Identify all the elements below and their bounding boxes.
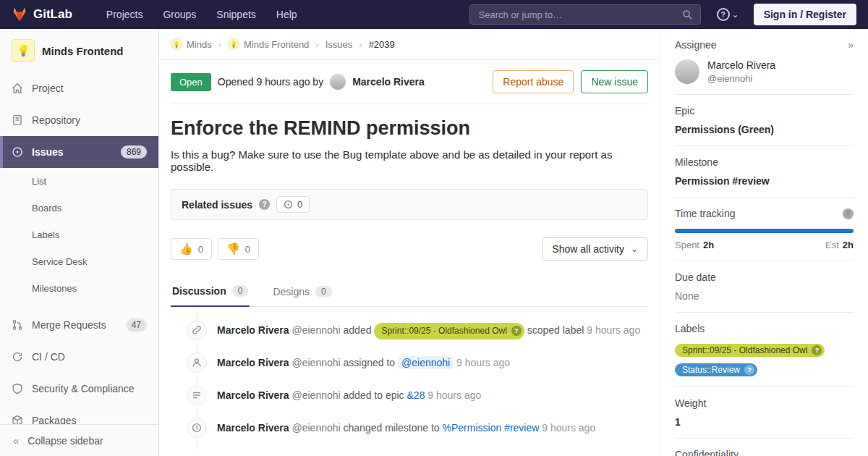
main-menu: Projects Groups Snippets Help xyxy=(98,4,305,25)
home-icon xyxy=(12,83,23,94)
user-icon xyxy=(187,352,207,373)
note-handle: @eiennohi xyxy=(292,357,341,368)
due-date-block[interactable]: Due date None xyxy=(675,261,854,313)
note-action: added xyxy=(344,324,372,336)
spent-value: 2h xyxy=(703,240,714,250)
thumbs-down-icon: 👎 xyxy=(226,242,240,256)
time-tracking-block: Time tracking ? Spent 2h Est 2h xyxy=(675,198,854,261)
merge-requests-count-badge: 47 xyxy=(126,318,147,332)
sidebar-subitem-list[interactable]: List xyxy=(0,168,158,195)
collapse-sidebar-icon[interactable]: » xyxy=(848,39,854,51)
sidebar-item-ci-cd[interactable]: CI / CD xyxy=(0,341,158,373)
opened-text: Opened 9 hours ago by xyxy=(218,76,323,88)
breadcrumb-label: Issues xyxy=(326,39,353,50)
issue-description: Is this a bug? Make sure to use the Bug … xyxy=(171,148,648,173)
sidebar-subitem-boards[interactable]: Boards xyxy=(0,195,158,221)
search-box[interactable] xyxy=(469,4,701,25)
brand-text: GitLab xyxy=(33,7,72,22)
sidebar-subitem-milestones[interactable]: Milestones xyxy=(0,275,158,302)
breadcrumb: 💡 Minds › 💡 Minds Frontend › Issues › #2… xyxy=(159,29,660,60)
menu-projects[interactable]: Projects xyxy=(98,4,151,25)
epic-block[interactable]: Epic Permissions (Green) xyxy=(675,95,854,146)
thumbs-down-button[interactable]: 👎 0 xyxy=(218,238,259,260)
weight-block[interactable]: Weight 1 xyxy=(675,387,854,439)
tab-discussion[interactable]: Discussion 0 xyxy=(171,276,250,307)
issues-icon xyxy=(12,146,23,158)
tab-label: Designs xyxy=(273,286,310,297)
related-issues-title: Related issues xyxy=(182,199,252,211)
due-date-title: Due date xyxy=(675,271,716,283)
tanuki-icon xyxy=(12,7,27,22)
author-name[interactable]: Marcelo Rivera xyxy=(352,76,425,88)
epic-value[interactable]: Permissions (Green) xyxy=(675,124,854,135)
project-header[interactable]: 💡 Minds Frontend xyxy=(0,29,158,72)
sidebar-item-merge-requests[interactable]: Merge Requests 47 xyxy=(0,309,158,341)
label-text: Status::Review xyxy=(682,365,740,375)
shield-icon xyxy=(12,383,23,394)
note-author[interactable]: Marcelo Rivera xyxy=(217,389,289,401)
issue-tabs: Discussion 0 Designs 0 xyxy=(171,276,648,307)
thumbs-up-button[interactable]: 👍 0 xyxy=(171,238,212,260)
label-text: Sprint::09/25 - Oldfashioned Owl xyxy=(682,345,807,355)
milestone-block[interactable]: Milestone Permission #review xyxy=(675,146,854,198)
note-author[interactable]: Marcelo Rivera xyxy=(217,357,289,368)
estimate-label: Est xyxy=(825,240,839,250)
sidebar-item-security-compliance[interactable]: Security & Compliance xyxy=(0,373,158,405)
search-input[interactable] xyxy=(477,9,682,21)
milestone-value[interactable]: Permission #review xyxy=(675,175,854,187)
left-sidebar: 💡 Minds Frontend Project Repository Issu… xyxy=(0,29,159,456)
note-author[interactable]: Marcelo Rivera xyxy=(217,324,289,336)
note-author[interactable]: Marcelo Rivera xyxy=(217,422,289,434)
note-action: changed milestone to xyxy=(344,422,440,434)
note-timestamp[interactable]: 9 hours ago xyxy=(587,324,640,336)
note-action: added to epic xyxy=(344,389,404,401)
time-tracking-title: Time tracking xyxy=(675,208,736,219)
sidebar-item-issues[interactable]: Issues 869 xyxy=(0,136,158,168)
status-review-label-badge[interactable]: Status::Review ? xyxy=(675,363,757,376)
breadcrumb-issues[interactable]: Issues xyxy=(326,39,353,50)
epic-link[interactable]: &28 xyxy=(407,389,425,401)
thumbs-down-count: 0 xyxy=(245,244,250,255)
sign-in-register-button[interactable]: Sign in / Register xyxy=(754,4,856,25)
related-issues-panel: Related issues ? 0 xyxy=(171,189,648,220)
help-question-icon[interactable]: ? xyxy=(259,199,270,210)
milestone-link[interactable]: %Permission #review xyxy=(443,422,540,434)
gitlab-logo[interactable]: GitLab xyxy=(12,7,72,22)
sprint-label-badge[interactable]: Sprint::09/25 - Oldfashioned Owl ? xyxy=(374,323,524,339)
sidebar-item-repository[interactable]: Repository xyxy=(0,104,158,136)
time-tracking-help-icon[interactable]: ? xyxy=(843,208,854,219)
new-issue-button[interactable]: New issue xyxy=(581,70,648,93)
report-abuse-button[interactable]: Report abuse xyxy=(493,70,574,93)
assignee-mention-link[interactable]: @eiennohi xyxy=(398,356,454,369)
tab-label: Discussion xyxy=(172,285,226,297)
menu-snippets[interactable]: Snippets xyxy=(208,4,263,25)
sidebar-item-label: Issues xyxy=(32,146,64,158)
note-timestamp[interactable]: 9 hours ago xyxy=(427,389,481,401)
note-timestamp[interactable]: 9 hours ago xyxy=(542,422,595,434)
collapse-sidebar-button[interactable]: « Collapse sidebar xyxy=(0,424,158,456)
double-chevron-left-icon: « xyxy=(13,434,19,447)
tab-designs[interactable]: Designs 0 xyxy=(271,276,333,306)
breadcrumb-group[interactable]: 💡 Minds xyxy=(171,38,212,50)
sprint-label-badge[interactable]: Sprint::09/25 - Oldfashioned Owl ? xyxy=(675,344,825,357)
sidebar-item-project[interactable]: Project xyxy=(0,72,158,104)
author-avatar[interactable] xyxy=(330,74,346,90)
search-icon xyxy=(682,9,693,20)
assignee-user[interactable]: Marcelo Rivera @eiennohi xyxy=(675,59,854,84)
menu-help[interactable]: Help xyxy=(268,4,305,25)
confidentiality-block[interactable]: Confidentiality xyxy=(675,439,854,456)
thumbs-up-icon: 👍 xyxy=(179,242,193,256)
menu-groups[interactable]: Groups xyxy=(155,4,204,25)
assignee-name: Marcelo Rivera xyxy=(707,59,775,71)
sidebar-subitem-labels[interactable]: Labels xyxy=(0,221,158,248)
note-timestamp[interactable]: 9 hours ago xyxy=(456,357,510,368)
chevron-down-icon: ⌄ xyxy=(732,10,739,19)
sidebar-subitem-service-desk[interactable]: Service Desk xyxy=(0,248,158,275)
merge-request-icon xyxy=(12,319,23,331)
scoped-label-icon: ? xyxy=(744,365,754,375)
activity-filter-dropdown[interactable]: Show all activity ⌄ xyxy=(542,237,648,261)
help-dropdown[interactable]: ? ⌄ xyxy=(717,8,739,21)
activity-filter-label: Show all activity xyxy=(552,243,624,255)
breadcrumb-separator: › xyxy=(218,39,221,50)
breadcrumb-project[interactable]: 💡 Minds Frontend xyxy=(228,38,309,50)
